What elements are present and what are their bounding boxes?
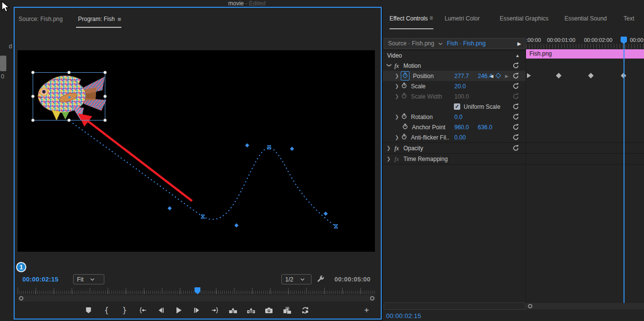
uniform-scale-checkbox[interactable]: ✓ [454,103,460,110]
reset-uniform-scale-icon[interactable] [512,103,519,110]
stopwatch-icon[interactable] [401,113,407,120]
play-button[interactable] [175,306,183,315]
prev-keyframe-icon[interactable]: ◀ [490,74,493,79]
expand-chevron-icon[interactable]: ❯ [395,83,400,89]
property-row-anchor-point[interactable]: Anchor Point 960.0 636.0 [383,122,526,132]
stopwatch-icon[interactable] [401,82,407,90]
effect-label: Opacity [403,145,423,152]
keyframe-offscreen-left-icon[interactable] [527,73,531,78]
tab-essential-sound[interactable]: Essential Sound [565,15,607,22]
property-row-position[interactable]: ❯ Position 277.7 246.4 ◀ ▶ [383,71,526,81]
stopwatch-icon-active[interactable] [401,71,410,80]
step-forward-button[interactable] [193,306,201,315]
expand-chevron-icon[interactable]: ❯ [395,135,400,140]
reset-position-icon[interactable] [512,72,519,79]
selection-handle-w[interactable] [31,95,35,98]
tab-text[interactable]: Text [624,15,634,22]
selection-handle-se[interactable] [103,119,107,122]
expand-chevron-icon[interactable]: ❯ [387,145,391,151]
keyframe-diamond[interactable] [588,73,593,78]
effects-current-timecode[interactable]: 00:00:02:15 [386,312,421,320]
selection-handle-s[interactable] [67,119,71,122]
keyframe-diamond[interactable] [556,73,561,78]
mark-out-button[interactable]: } [120,306,129,315]
reset-opacity-icon[interactable] [512,144,519,151]
effects-playhead-line[interactable] [624,42,624,305]
export-frame-button[interactable] [265,306,273,315]
effects-playhead-handle[interactable] [621,37,627,44]
stopwatch-icon[interactable] [401,134,407,141]
reset-anchor-point-icon[interactable] [512,123,519,130]
settings-wrench-icon[interactable] [316,275,325,285]
next-keyframe-icon[interactable]: ▶ [505,74,508,79]
anchor-x-value[interactable]: 960.0 [454,124,469,131]
playback-resolution-select[interactable]: 1/2 [281,274,312,284]
program-current-timecode[interactable]: 00:00:02:15 [22,276,59,283]
scale-value[interactable]: 20.0 [454,83,466,90]
collapse-section-icon[interactable]: ▲ [515,53,520,58]
motion-path-keyframe-markers[interactable] [201,146,338,228]
zoom-level-select[interactable]: Fit [73,274,104,284]
reset-rotation-icon[interactable] [512,113,519,120]
tab-lumetri-color[interactable]: Lumetri Color [445,15,480,22]
clip-bar[interactable]: Fish.png [526,49,644,59]
expand-chevron-icon[interactable]: ❯ [387,156,391,161]
clip-selection-box[interactable] [33,72,105,120]
selection-handle-e[interactable] [103,95,107,98]
anchor-y-value[interactable]: 636.0 [478,124,492,131]
panel-menu-icon[interactable]: ≡ [117,16,121,23]
extract-button[interactable] [247,306,255,315]
selection-handle-nw[interactable] [31,71,35,74]
comparison-view-button[interactable] [283,306,292,315]
effect-group-time-remapping[interactable]: ❯ fx Time Remapping [383,154,526,164]
tab-effect-controls[interactable]: Effect Controls [390,15,428,22]
selection-handle-ne[interactable] [103,71,107,74]
panel-menu-icon[interactable]: ≡ [429,15,433,21]
expand-chevron-icon[interactable]: ❯ [395,114,400,120]
stopwatch-icon[interactable] [402,123,408,131]
rotation-value[interactable]: 0.0 [454,114,463,120]
program-playhead[interactable] [195,287,200,294]
go-to-in-button[interactable] [138,306,147,315]
program-video-viewport[interactable] [18,50,375,252]
play-around-icon[interactable]: ▶ [517,41,521,46]
step-back-button[interactable] [156,306,165,315]
button-editor-plus-button[interactable]: + [364,305,369,315]
scrollbar-right-knob[interactable] [370,296,374,301]
reset-motion-icon[interactable] [512,62,519,69]
selection-handle-sw[interactable] [31,119,35,122]
anchor-point-dot[interactable] [68,96,71,99]
go-to-out-button[interactable] [211,306,219,315]
position-x-value[interactable]: 277.7 [454,73,469,80]
program-mini-timeline[interactable] [18,288,376,295]
selection-handle-n[interactable] [67,71,71,74]
program-zoom-scrollbar[interactable] [18,295,376,301]
effect-group-motion[interactable]: ❯ fx Motion [383,60,526,71]
video-section-header[interactable]: Video ▲ [383,50,526,60]
tab-program-monitor[interactable]: Program: Fish [78,16,115,22]
scrollbar-knob[interactable] [528,304,532,308]
property-row-rotation[interactable]: ❯ Rotation 0.0 [383,112,526,122]
effects-timeline-ruler[interactable] [526,44,644,49]
motion-path-handles[interactable] [168,143,328,227]
anti-flicker-value[interactable]: 0.00 [454,134,466,141]
add-marker-button[interactable] [84,306,93,315]
expand-chevron-icon[interactable]: ❯ [387,63,392,68]
expand-chevron-icon[interactable]: ❯ [395,73,400,79]
chevron-down-icon[interactable] [438,40,443,47]
property-row-scale[interactable]: ❯ Scale 20.0 [383,81,526,91]
property-row-anti-flicker[interactable]: ❯ Anti-flicker Fil.. 0.00 [383,132,526,142]
mark-in-button[interactable]: { [102,306,111,315]
panel-column-divider[interactable] [526,38,526,303]
timeline-clip-label[interactable]: Fish · Fish.png [447,40,486,47]
effects-horizontal-scrollbar[interactable] [526,303,644,309]
scrollbar-left-knob[interactable] [19,296,23,301]
loop-button[interactable] [301,306,310,315]
reset-scale-icon[interactable] [512,82,519,89]
reset-anti-flicker-icon[interactable] [512,134,519,140]
add-keyframe-icon[interactable] [495,73,501,78]
lift-button[interactable] [229,306,237,315]
tab-source-monitor[interactable]: Source: Fish.png [19,16,63,22]
effect-group-opacity[interactable]: ❯ fx Opacity [383,143,526,153]
tab-essential-graphics[interactable]: Essential Graphics [500,15,548,22]
